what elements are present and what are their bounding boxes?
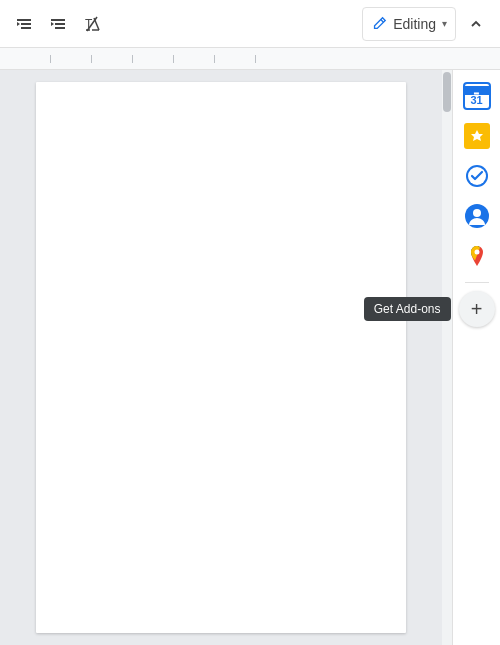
svg-rect-5 — [55, 23, 65, 25]
svg-rect-6 — [55, 27, 65, 29]
document-canvas[interactable] — [0, 70, 442, 645]
increase-indent-icon — [49, 15, 67, 33]
ruler-tick — [132, 55, 133, 63]
side-panel: ▂ 31 — [452, 70, 500, 645]
svg-rect-4 — [51, 19, 65, 21]
scrollbar-track[interactable] — [442, 70, 452, 645]
increase-indent-button[interactable] — [42, 8, 74, 40]
get-addons-container: + Get Add-ons — [459, 291, 495, 327]
decrease-indent-button[interactable] — [8, 8, 40, 40]
ruler-tick — [214, 55, 215, 63]
google-keep-button[interactable] — [459, 118, 495, 154]
toolbar: T Editing ▾ — [0, 0, 500, 48]
pencil-icon — [371, 16, 387, 32]
editing-mode-dropdown[interactable]: Editing ▾ — [362, 7, 456, 41]
svg-point-16 — [473, 209, 481, 217]
toolbar-right: Editing ▾ — [362, 7, 492, 41]
ruler — [0, 48, 500, 70]
collapse-button[interactable] — [460, 8, 492, 40]
clear-formatting-icon: T — [83, 15, 101, 33]
google-tasks-button[interactable] — [459, 158, 495, 194]
svg-rect-1 — [21, 23, 31, 25]
svg-rect-0 — [17, 19, 31, 21]
plus-icon: + — [471, 298, 483, 321]
decrease-indent-icon — [15, 15, 33, 33]
svg-marker-7 — [51, 22, 54, 26]
document-page[interactable] — [36, 82, 406, 633]
google-maps-button[interactable] — [459, 238, 495, 274]
side-panel-divider — [465, 282, 489, 283]
svg-point-17 — [474, 250, 479, 255]
ruler-tick — [50, 55, 51, 63]
ruler-tick — [91, 55, 92, 63]
google-calendar-button[interactable]: ▂ 31 — [459, 78, 495, 114]
editing-mode-label: Editing — [393, 16, 436, 32]
google-calendar-icon: ▂ 31 — [463, 82, 491, 110]
toolbar-left: T — [8, 8, 108, 40]
svg-rect-2 — [21, 27, 31, 29]
contacts-button[interactable] — [459, 198, 495, 234]
ruler-tick — [255, 55, 256, 63]
google-tasks-icon — [464, 163, 490, 189]
clear-formatting-button[interactable]: T — [76, 8, 108, 40]
google-keep-icon — [464, 123, 490, 149]
ruler-tick — [173, 55, 174, 63]
get-addons-button[interactable]: + — [459, 291, 495, 327]
main-area: ▂ 31 — [0, 70, 500, 645]
scrollbar-thumb[interactable] — [443, 72, 451, 112]
google-maps-icon — [464, 243, 490, 269]
contacts-icon — [464, 203, 490, 229]
chevron-down-icon: ▾ — [442, 18, 447, 29]
svg-marker-3 — [17, 22, 20, 26]
collapse-icon — [467, 15, 485, 33]
